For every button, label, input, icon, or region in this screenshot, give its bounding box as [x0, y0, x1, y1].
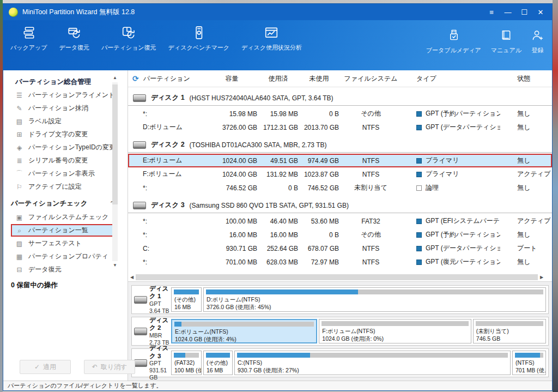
set-active-icon: ⚐: [15, 183, 23, 191]
toolbar-item-backup[interactable]: バックアップ: [4, 26, 53, 52]
toolbar-item-data-recovery[interactable]: データ復元: [53, 26, 96, 52]
partition-block[interactable]: C:(NTFS)930.7 GB (使用済: 27%): [234, 351, 511, 375]
sidebar-section-partition-check[interactable]: パーティションチェック⌃: [11, 196, 114, 210]
used-value: 628.03 MB: [260, 258, 301, 266]
minimize-button[interactable]: —: [501, 6, 515, 18]
toolbar-item-label: マニュアル: [491, 46, 521, 55]
column-header-6[interactable]: 状態: [500, 74, 552, 83]
sidebar-item-set-active[interactable]: ⚐アクティブに設定: [11, 180, 114, 193]
disk-map-name: ディスク 2: [149, 316, 170, 332]
toolbar-item-label: 登録: [532, 46, 544, 55]
maximize-icon: ☐: [521, 8, 527, 16]
partition-recovery-icon: [122, 26, 136, 40]
table-row[interactable]: *:746.52 GB0 B746.52 GB未割り当て論理無し: [128, 181, 552, 195]
toolbar-item-register[interactable]: 登録: [526, 29, 549, 55]
sidebar-item-partition-list[interactable]: ⌕パーティション一覧: [11, 224, 114, 237]
toolbar-item-disk-benchmark[interactable]: ディスクベンチマーク: [162, 26, 235, 52]
scroll-down-icon[interactable]: ▼: [112, 262, 118, 269]
column-header-4[interactable]: ファイルシステム: [342, 74, 399, 83]
scroll-right-icon[interactable]: ▶: [539, 274, 544, 280]
table-row[interactable]: C:930.71 GB252.64 GB678.07 GBNTFSGPT (デー…: [128, 242, 552, 255]
partition-block[interactable]: (NTFS)701 MB (使..: [512, 351, 546, 375]
sidebar-item-label: パーティション抹消: [28, 104, 88, 113]
column-header-3[interactable]: 未使用: [301, 74, 342, 83]
partition-block[interactable]: (未割り当て)746.5 GB: [473, 319, 546, 343]
scroll-left-icon[interactable]: ◀: [129, 274, 135, 280]
partition-name: *:: [128, 184, 209, 192]
partition-block[interactable]: D:ボリューム(NTFS)3726.0 GB (使用済: 45%): [203, 287, 546, 312]
sidebar-item-data-recovery-side[interactable]: ⊟データ復元: [11, 263, 114, 276]
table-row[interactable]: *:15.98 MB15.98 MB0 Bその他GPT (予約パーティション)無…: [128, 107, 552, 120]
type-cell: GPT (データパーティション): [399, 123, 500, 132]
table-row[interactable]: D:ボリューム3726.00 GB1712.31 GB2013.70 GBNTF…: [128, 120, 552, 134]
partition-block[interactable]: E:ボリューム(NTFS)1024.0 GB (使用済: 4%): [171, 319, 317, 343]
table-row[interactable]: *:701.00 MB628.03 MB72.97 MBNTFSGPT (復元パ…: [128, 255, 552, 269]
toolbar-item-bootable-media[interactable]: ブータブルメディア: [421, 29, 486, 55]
undo-button[interactable]: ↶ 取り消す: [84, 360, 135, 374]
disk-icon: [134, 296, 147, 304]
partition-block[interactable]: F:ボリューム(NTFS)1024.0 GB (使用済: 0%): [319, 319, 471, 343]
column-header-0[interactable]: パーティション: [128, 74, 209, 83]
disk-group-header: ディスク 1(HGST HUS724040ALA640 SATA, GPT, 3…: [128, 91, 552, 105]
unused-value: 2013.70 GB: [301, 124, 342, 131]
disk-map-label: ディスク 1GPT3.64 TB: [132, 286, 170, 313]
horizontal-scrollbar-thumb[interactable]: [136, 274, 538, 280]
apply-button[interactable]: ✓ 適用: [20, 360, 71, 374]
horizontal-scrollbar[interactable]: ◀ ▶: [129, 273, 551, 281]
tab-partition-management[interactable]: パーティション総合管理: [8, 74, 110, 90]
maximize-button[interactable]: ☐: [517, 6, 531, 18]
menu-button[interactable]: ≡: [484, 6, 499, 18]
column-header-2[interactable]: 使用済: [260, 74, 301, 83]
status-value: アクティブ: [500, 170, 552, 179]
minimize-icon: —: [505, 8, 512, 16]
type-value: GPT (予約パーティション): [426, 230, 500, 239]
sidebar-item-partition-align[interactable]: ☰パーティションアライメント: [11, 89, 114, 101]
disk-map-size: 3.64 TB: [149, 307, 170, 315]
filesystem-value: NTFS: [342, 258, 399, 266]
partition-block-name: C:(NTFS): [235, 359, 510, 366]
sidebar-item-filesystem-check[interactable]: ▣ファイルシステムチェック: [11, 211, 114, 224]
filesystem-value: その他: [342, 109, 399, 118]
unused-value: 0 B: [301, 110, 342, 118]
desktop-edge-right: [553, 0, 558, 392]
sidebar-item-type-id[interactable]: ◈パーティションTypeIDの変更: [11, 141, 114, 154]
partition-name: *:: [128, 258, 209, 266]
table-row[interactable]: F:ボリューム1024.00 GB131.92 MB1023.87 GBNTFS…: [128, 167, 552, 181]
sidebar-scrollbar-thumb[interactable]: [112, 85, 118, 204]
sidebar-item-surface-test[interactable]: ▨サーフェステスト: [11, 237, 114, 250]
sidebar-item-hide-partition[interactable]: ⌒パーティション非表示: [11, 167, 114, 180]
sidebar-item-serial-number[interactable]: ≣シリアル番号の変更: [11, 154, 114, 167]
divider: [128, 152, 552, 153]
table-row[interactable]: *:16.00 MB16.00 MB0 Bその他GPT (予約パーティション)無…: [128, 228, 552, 242]
refresh-icon[interactable]: ⟳: [132, 74, 139, 83]
disk-map-name: ディスク 1: [149, 285, 170, 300]
unused-value: 974.49 GB: [301, 157, 342, 165]
partition-block[interactable]: (その他)16 MB: [171, 287, 202, 312]
close-button[interactable]: ✕: [533, 6, 548, 18]
table-row[interactable]: *:100.00 MB46.40 MB53.60 MBFAT32GPT (EFI…: [128, 214, 552, 228]
sidebar-item-label: データ復元: [28, 265, 62, 274]
partition-type-icon: [416, 219, 422, 224]
sidebar-item-drive-letter[interactable]: ⊞ドライブ文字の変更: [11, 128, 114, 141]
sidebar-item-partition-wipe[interactable]: ✎パーティション抹消: [11, 102, 114, 114]
toolbar-item-partition-recovery[interactable]: パーティション復元: [95, 26, 162, 52]
status-value: アクティブ & シ..: [500, 216, 552, 226]
column-header-5[interactable]: タイプ: [399, 74, 500, 83]
column-header-1[interactable]: 容量: [209, 74, 260, 83]
window-controls: ≡—☐✕: [484, 6, 552, 18]
toolbar-item-manual[interactable]: マニュアル: [486, 29, 526, 55]
disk-name: ディスク 2: [151, 140, 185, 149]
data-recovery-icon: [67, 26, 81, 40]
sidebar-item-label[interactable]: ▤ラベル設定: [11, 115, 114, 128]
table-row[interactable]: E:ボリューム1024.00 GB49.51 GB974.49 GBNTFSプラ…: [128, 154, 552, 167]
usage-bar-fill: [174, 290, 199, 294]
sidebar-scrollbar[interactable]: ▲ ▼: [112, 75, 118, 269]
sidebar-item-partition-properties[interactable]: ▦パーティションプロパティ: [11, 250, 114, 263]
toolbar-item-disk-usage[interactable]: ディスク使用状況分析: [235, 26, 308, 52]
partition-block[interactable]: (FAT32)100 MB (使..: [171, 351, 202, 375]
partition-block[interactable]: (その他)16 MB: [203, 351, 233, 375]
scroll-up-icon[interactable]: ▲: [112, 75, 118, 81]
disk-icon: [134, 359, 147, 367]
unused-value: 53.60 MB: [301, 218, 342, 225]
window-title: MiniTool Partition Wizard 無料版 12.8: [22, 8, 135, 17]
